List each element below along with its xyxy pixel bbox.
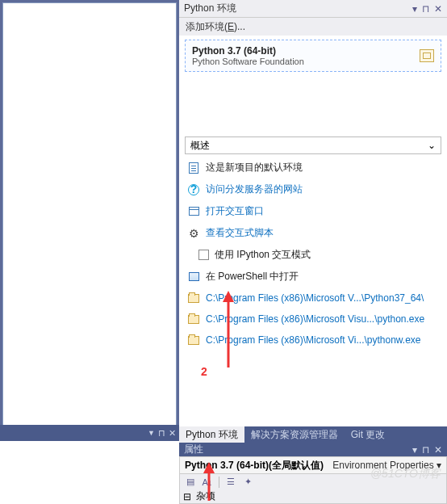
visit-site-row[interactable]: ? 访问分发服务器的网站 <box>187 183 439 196</box>
folder-icon <box>188 336 199 345</box>
default-env-row: 这是新项目的默认环境 <box>187 161 439 174</box>
dropdown-icon[interactable]: ▼ <box>148 429 155 437</box>
properties-object-name: Python 3.7 (64-bit)(全局默认值) <box>185 459 324 472</box>
environment-name: Python 3.7 (64-bit) <box>192 45 420 57</box>
tab-solution-explorer[interactable]: 解决方案资源管理器 <box>244 426 345 443</box>
properties-group-row[interactable]: ⊟ 杂项 <box>179 489 447 504</box>
open-interactive-row[interactable]: 打开交互窗口 <box>187 204 439 218</box>
panel-titlebar: Python 环境 ▾ ⊓ ✕ <box>179 0 447 18</box>
toolbar-btn[interactable]: ☰ <box>224 475 238 489</box>
close-icon[interactable]: ✕ <box>169 428 176 439</box>
path-row-2[interactable]: C:\Program Files (x86)\Microsoft Visu...… <box>187 313 439 326</box>
folder-icon <box>188 294 199 303</box>
pin-icon[interactable]: ⊓ <box>422 3 429 15</box>
tab-git-changes[interactable]: Git 更改 <box>345 426 392 443</box>
pin-icon[interactable]: ⊓ <box>158 428 165 439</box>
panel-title: Python 环境 <box>184 2 412 15</box>
annotation-number-2: 2 <box>201 365 207 378</box>
collapse-icon[interactable]: ⊟ <box>183 491 191 502</box>
view-selector-label: 概述 <box>190 139 210 153</box>
properties-titlebar: 属性 ▾ ⊓ ✕ <box>179 443 447 456</box>
dropdown-icon[interactable]: ▾ <box>412 444 417 456</box>
left-editor <box>2 2 177 425</box>
window-icon <box>189 207 199 216</box>
chevron-down-icon: ⌄ <box>428 140 436 151</box>
left-blank <box>0 441 179 504</box>
environment-item[interactable]: Python 3.7 (64-bit) Python Software Foun… <box>185 40 441 72</box>
powershell-icon <box>189 272 199 281</box>
ipython-checkbox-row[interactable]: 使用 IPython 交互模式 <box>187 248 439 262</box>
python-env-panel: Python 环境 ▾ ⊓ ✕ 添加环境(E)... Python 3.7 (6… <box>179 0 447 441</box>
close-icon[interactable]: ✕ <box>434 3 442 15</box>
path-row-3[interactable]: C:\Program Files (x86)\Microsoft Vi...\p… <box>187 334 439 346</box>
add-environment-link[interactable]: 添加环境(E)... <box>179 18 447 36</box>
categorize-icon[interactable]: ▤ <box>183 475 198 489</box>
path-row-1[interactable]: C:\Program Files (x86)\Microsoft V...\Py… <box>187 292 439 304</box>
checkbox[interactable] <box>198 250 209 260</box>
properties-title: 属性 <box>184 443 203 456</box>
pin-icon[interactable]: ⊓ <box>422 444 429 456</box>
folder-icon <box>188 315 199 324</box>
left-panel-footer: ▼ ⊓ ✕ <box>0 425 179 441</box>
left-panel <box>0 0 179 441</box>
tab-python-env[interactable]: Python 环境 <box>179 426 244 443</box>
document-icon <box>189 162 198 174</box>
properties-group-label: 杂项 <box>196 489 215 503</box>
help-icon: ? <box>188 184 199 195</box>
toolbar-btn[interactable]: ✦ <box>240 475 255 489</box>
watermark: @51CTO博客 <box>370 467 441 481</box>
environment-vendor: Python Software Foundation <box>192 57 420 66</box>
alpha-sort-icon[interactable]: A↓ <box>200 475 215 489</box>
open-powershell-row[interactable]: 在 PowerShell 中打开 <box>187 270 439 284</box>
bottom-tabs: Python 环境 解决方案资源管理器 Git 更改 <box>179 426 447 443</box>
view-scripts-row[interactable]: ⚙ 查看交互式脚本 <box>187 226 439 240</box>
view-selector[interactable]: 概述 ⌄ <box>185 136 441 154</box>
dropdown-icon[interactable]: ▾ <box>412 3 417 15</box>
gear-icon: ⚙ <box>187 227 200 240</box>
close-icon[interactable]: ✕ <box>434 444 442 456</box>
environment-action-icon[interactable] <box>420 49 434 62</box>
